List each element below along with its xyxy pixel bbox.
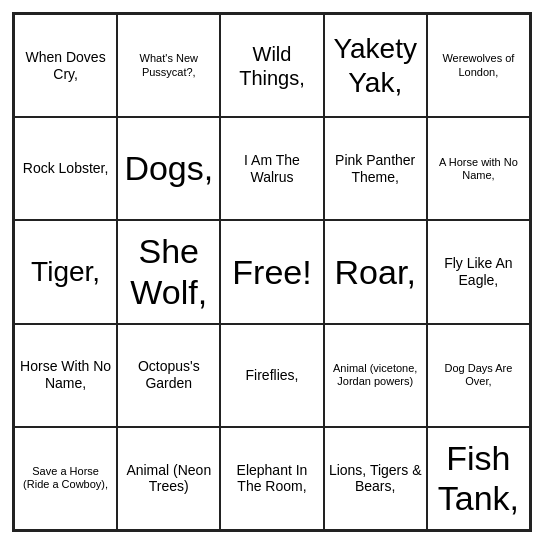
cell-text-24: Fish Tank, [432,438,525,520]
cell-text-10: Tiger, [31,255,100,289]
cell-text-18: Animal (vicetone, Jordan powers) [329,362,422,388]
cell-text-13: Roar, [335,252,416,293]
bingo-cell-2: Wild Things, [220,14,323,117]
bingo-cell-5: Rock Lobster, [14,117,117,220]
cell-text-5: Rock Lobster, [23,160,109,177]
cell-text-4: Werewolves of London, [432,52,525,78]
bingo-cell-16: Octopus's Garden [117,324,220,427]
bingo-cell-6: Dogs, [117,117,220,220]
cell-text-16: Octopus's Garden [122,358,215,392]
cell-text-7: I Am The Walrus [225,152,318,186]
bingo-cell-8: Pink Panther Theme, [324,117,427,220]
bingo-cell-4: Werewolves of London, [427,14,530,117]
cell-text-12: Free! [232,252,311,293]
bingo-cell-7: I Am The Walrus [220,117,323,220]
bingo-cell-24: Fish Tank, [427,427,530,530]
cell-text-11: She Wolf, [122,231,215,313]
cell-text-23: Lions, Tigers & Bears, [329,462,422,496]
bingo-cell-13: Roar, [324,220,427,323]
cell-text-6: Dogs, [124,148,213,189]
cell-text-3: Yakety Yak, [329,32,422,99]
bingo-cell-21: Animal (Neon Trees) [117,427,220,530]
bingo-cell-10: Tiger, [14,220,117,323]
cell-text-8: Pink Panther Theme, [329,152,422,186]
bingo-cell-1: What's New Pussycat?, [117,14,220,117]
cell-text-1: What's New Pussycat?, [122,52,215,78]
bingo-cell-9: A Horse with No Name, [427,117,530,220]
bingo-cell-14: Fly Like An Eagle, [427,220,530,323]
bingo-cell-0: When Doves Cry, [14,14,117,117]
bingo-cell-18: Animal (vicetone, Jordan powers) [324,324,427,427]
bingo-board: When Doves Cry,What's New Pussycat?,Wild… [12,12,532,532]
bingo-cell-15: Horse With No Name, [14,324,117,427]
bingo-cell-12: Free! [220,220,323,323]
cell-text-14: Fly Like An Eagle, [432,255,525,289]
cell-text-22: Elephant In The Room, [225,462,318,496]
cell-text-9: A Horse with No Name, [432,156,525,182]
cell-text-17: Fireflies, [246,367,299,384]
bingo-cell-19: Dog Days Are Over, [427,324,530,427]
cell-text-19: Dog Days Are Over, [432,362,525,388]
bingo-cell-17: Fireflies, [220,324,323,427]
cell-text-2: Wild Things, [225,42,318,90]
cell-text-20: Save a Horse (Ride a Cowboy), [19,465,112,491]
bingo-cell-23: Lions, Tigers & Bears, [324,427,427,530]
bingo-cell-11: She Wolf, [117,220,220,323]
cell-text-0: When Doves Cry, [19,49,112,83]
bingo-cell-22: Elephant In The Room, [220,427,323,530]
cell-text-15: Horse With No Name, [19,358,112,392]
cell-text-21: Animal (Neon Trees) [122,462,215,496]
bingo-cell-3: Yakety Yak, [324,14,427,117]
bingo-cell-20: Save a Horse (Ride a Cowboy), [14,427,117,530]
